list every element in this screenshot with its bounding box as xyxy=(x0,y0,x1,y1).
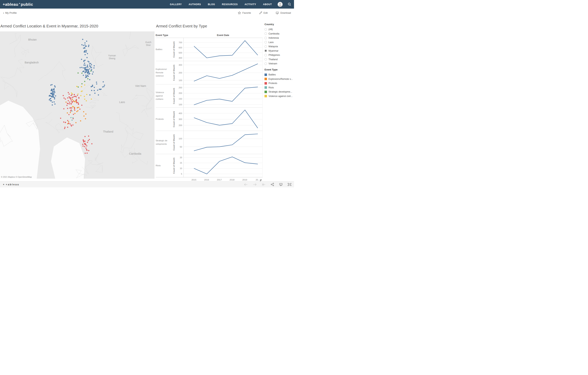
row-label: Explosions/Remoteviolence xyxy=(156,61,172,84)
country-option-label: (All) xyxy=(269,28,273,31)
radio-icon[interactable] xyxy=(264,58,267,61)
top-navbar: +ableau✦public GALLERYAUTHORSBLOGRESOURC… xyxy=(0,0,294,9)
legend-label: Explosions/Remote v... xyxy=(269,78,293,80)
charts-panel: Armed Conflict Event by Type Event Type … xyxy=(156,17,262,181)
y-tick-labels: 5101520 xyxy=(176,154,183,177)
country-option-thailand[interactable]: Thailand xyxy=(264,57,294,62)
x-tick-2019: 2019 xyxy=(241,179,249,181)
legend-item-battles[interactable]: Battles xyxy=(264,73,294,77)
map-panel: Armed Conflict Location & Event in Myanm… xyxy=(0,17,155,181)
radio-icon[interactable] xyxy=(264,28,267,31)
download-button[interactable]: Download xyxy=(275,11,291,15)
download-label: Download xyxy=(280,12,291,14)
download-icon xyxy=(275,11,279,15)
chart-header-row: Event Type Event Date xyxy=(156,33,262,38)
country-option-cambodia[interactable]: Cambodia xyxy=(264,32,294,36)
legend-item-explosions[interactable]: Explosions/Remote v... xyxy=(264,77,294,81)
download-tray-icon[interactable] xyxy=(279,183,283,186)
legend-swatch xyxy=(264,86,267,89)
legend-label: Riots xyxy=(269,86,274,89)
chart-row-strategic: Strategic developmentsCount of Sheet1501… xyxy=(156,131,262,154)
line-chart-violence[interactable] xyxy=(183,84,262,107)
nav-menu: GALLERYAUTHORSBLOGRESOURCESACTIVITYABOUT xyxy=(170,3,272,6)
row-label: Strategic developments xyxy=(156,131,172,154)
legend-item-protests[interactable]: Protests xyxy=(264,81,294,86)
country-option-philippines[interactable]: Philippines xyxy=(264,53,294,57)
x-tick-2017: 2017 xyxy=(215,179,224,181)
y-axis-title: Count of Sheet1 xyxy=(173,134,175,150)
radio-icon[interactable] xyxy=(264,41,267,44)
reset-icon[interactable] xyxy=(262,183,266,186)
y-tick-labels: 200300400 xyxy=(176,108,183,131)
radio-icon[interactable] xyxy=(264,37,267,39)
radio-icon[interactable] xyxy=(264,32,267,35)
back-to-profile-link[interactable]: ‹ My Profile xyxy=(3,11,17,15)
country-option-myanmar[interactable]: Myanmar xyxy=(264,49,294,53)
undo-icon[interactable] xyxy=(244,183,248,186)
legend-swatch xyxy=(264,74,267,76)
edit-button[interactable]: Edit xyxy=(259,11,268,14)
nav-item-gallery[interactable]: GALLERY xyxy=(170,3,182,6)
radio-icon[interactable] xyxy=(264,54,267,56)
event-type-legend: Event Type BattlesExplosions/Remote v...… xyxy=(264,68,294,98)
radio-icon[interactable] xyxy=(264,63,267,65)
country-filter-title: Country xyxy=(264,23,294,26)
map-attribution: © 2021 Mapbox © OpenStreetMap xyxy=(1,176,32,178)
event-date-header: Event Date xyxy=(183,34,262,37)
chevron-left-icon: ‹ xyxy=(3,11,4,15)
chart-row-protests: ProtestsCount of Sheet1200300400 xyxy=(156,107,262,131)
country-option-label: Thailand xyxy=(269,58,278,61)
edit-label: Edit xyxy=(263,12,268,14)
y-axis-title: Count of Sheet1 xyxy=(173,111,175,127)
country-option-vietnam[interactable]: Vietnam xyxy=(264,62,294,66)
avatar-body xyxy=(278,5,282,7)
line-chart-strategic[interactable] xyxy=(183,131,262,154)
favorite-button[interactable]: Favorite xyxy=(238,11,251,15)
row-label: Riots xyxy=(156,154,172,177)
y-tick-labels: 400500600700 xyxy=(176,38,183,61)
tableau-footer: ✦ +ableau xyxy=(0,181,294,188)
y-tick-labels: 100200300 xyxy=(176,61,183,84)
logo-text-left: +ableau xyxy=(3,2,18,7)
country-option-label: Malaysia xyxy=(269,45,278,48)
country-filter: Country (All)CambodiaIndonesiaLaosMalays… xyxy=(264,23,294,66)
line-chart-protests[interactable] xyxy=(183,108,262,131)
country-option-indonesia[interactable]: Indonesia xyxy=(264,36,294,40)
favorite-label: Favorite xyxy=(242,12,251,14)
chart-row-explosions: Explosions/RemoteviolenceCount of Sheet1… xyxy=(156,61,262,84)
country-option-label: Vietnam xyxy=(269,62,277,65)
nav-item-blog[interactable]: BLOG xyxy=(208,3,215,6)
nav-item-about[interactable]: ABOUT xyxy=(263,3,272,6)
nav-item-authors[interactable]: AUTHORS xyxy=(189,3,201,6)
country-option-laos[interactable]: Laos xyxy=(264,40,294,44)
conflict-map[interactable]: BhutanBangladeshYunnanShengGuizhSherViet… xyxy=(0,32,155,179)
legend-item-violence[interactable]: Violence against civil... xyxy=(264,94,294,99)
tableau-footer-wordmark: +ableau xyxy=(6,183,19,186)
chart-row-riots: RiotsCount of Sheet15101520 xyxy=(156,154,262,177)
redo-icon[interactable] xyxy=(253,183,257,186)
user-avatar[interactable] xyxy=(278,2,283,7)
tableau-public-logo[interactable]: +ableau✦public xyxy=(3,2,33,7)
y-axis-title: Count of Sheet1 xyxy=(173,41,175,57)
radio-icon[interactable] xyxy=(264,45,267,48)
radio-selected-icon[interactable] xyxy=(264,50,267,52)
legend-item-riots[interactable]: Riots xyxy=(264,86,294,90)
legend-title: Event Type xyxy=(264,68,294,71)
line-chart-riots[interactable] xyxy=(183,154,262,177)
search-icon[interactable] xyxy=(288,2,291,6)
share-icon[interactable] xyxy=(271,183,274,186)
event-type-header: Event Type xyxy=(156,34,172,37)
back-link-label: My Profile xyxy=(5,11,17,14)
country-option-all[interactable]: (All) xyxy=(264,27,294,32)
y-tick-labels: 50100 xyxy=(176,131,183,154)
nav-item-resources[interactable]: RESOURCES xyxy=(222,3,238,6)
legend-swatch xyxy=(264,78,267,80)
avatar-head xyxy=(279,3,281,5)
line-chart-explosions[interactable] xyxy=(183,61,262,84)
tableau-footer-logo[interactable]: ✦ +ableau xyxy=(3,183,19,186)
legend-item-strategic[interactable]: Strategic developme... xyxy=(264,90,294,94)
nav-item-activity[interactable]: ACTIVITY xyxy=(244,3,256,6)
fullscreen-icon[interactable] xyxy=(288,183,291,186)
country-option-malaysia[interactable]: Malaysia xyxy=(264,44,294,49)
line-chart-battles[interactable] xyxy=(183,38,262,61)
